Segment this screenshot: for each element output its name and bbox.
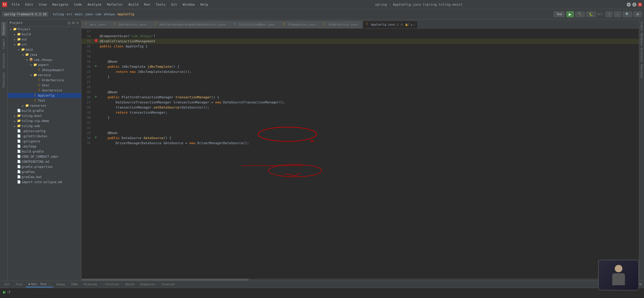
bottom-tab-todo[interactable]: TODO [68,282,80,287]
tree-item-build[interactable]: ▶ 📁 build [8,32,81,37]
tree-item-import-eclipse[interactable]: 📄 import-into-eclipse.md [8,180,81,185]
tree-item-main[interactable]: ▼ 📁 main [8,47,81,52]
menu-edit[interactable]: Edit [23,2,36,7]
tree-item-tuling-vip[interactable]: ▶ 📁 tuling-vip-demo [8,118,81,124]
tree-item-gitattributes[interactable]: 📄 .gitattributes [8,134,81,139]
tree-item-gitignore[interactable]: 📄 .gitignore [8,139,81,144]
breadcrumb-branch[interactable]: tuling [53,12,64,16]
tab-orderservice[interactable]: C OrderService.java ✕ [320,21,363,28]
tree-settings[interactable]: ⚙ [72,21,75,25]
breadcrumb-appconfig[interactable]: AppConfig [118,12,134,16]
tree-item-service[interactable]: ▼ 📁 service [8,73,81,78]
tab-favorites[interactable]: Favorites [1,71,6,89]
build-button[interactable]: 🔨 [575,11,585,17]
tree-item-src[interactable]: ▼ 📁 src [8,42,81,47]
menu-run[interactable]: Run [141,2,152,7]
bottom-tab-endpoints[interactable]: Endpoints [138,282,158,287]
tab-commit[interactable]: Commit [1,37,6,50]
git-push-button[interactable]: ↑ [605,11,612,17]
tab-structure[interactable]: Structure [1,51,6,70]
bottom-close-button[interactable]: ✕ [639,282,642,287]
tree-item-orderservice[interactable]: C OrderService [8,78,81,83]
scrollbar-thumb[interactable] [81,279,249,281]
run-tab-close[interactable]: ✕ [49,283,50,286]
menu-build[interactable]: Build [126,2,141,7]
menu-refactor[interactable]: Refactor [105,2,126,7]
settings-button[interactable]: ⚙ [634,11,642,17]
run-rerun-button[interactable]: ↺ [7,290,10,294]
debug-button[interactable]: 🐛 [586,11,596,17]
right-tab-database[interactable]: Database [640,32,643,46]
tree-item-tuling-boot[interactable]: ▶ 📁 tuling-boot [8,113,81,118]
tree-item-tuling-web[interactable]: ▶ 📁 tuling-web [8,124,81,129]
tree-item-resources[interactable]: ▶ 📁 resources [8,103,81,108]
bottom-tab-git[interactable]: Git [2,282,12,287]
tab-propagation[interactable]: E Propagation.java ✕ [280,21,320,28]
breadcrumb-src[interactable]: src [67,12,72,16]
tree-item-appconfig[interactable]: C AppConfig [8,93,81,98]
right-tab-favorites[interactable]: Favorites [640,63,643,79]
breadcrumb-main[interactable]: main [75,12,82,16]
right-tab-structure[interactable]: Structure [640,47,643,63]
right-sidebar: Gradle Database Structure Favorites [639,19,644,281]
tab-abstractautowire[interactable]: C AbstractAutowireCapableBeanFactory.jav… [151,21,230,28]
svg-point-0 [95,39,98,42]
right-tab-gradle[interactable]: Gradle [640,20,643,32]
tree-item-out[interactable]: ▶ 📁 out [8,37,81,42]
tree-item-buildgradle[interactable]: 📄 build.gradle [8,108,81,113]
bottom-tab-debug[interactable]: Debug [54,282,67,287]
bottom-tab-build[interactable]: Build [123,282,137,287]
tree-item-user[interactable]: C User [8,83,81,88]
tab-project[interactable]: Project [1,21,6,36]
tree-item-comzhouyu[interactable]: ▼ 📦 com.zhouyu [8,57,81,62]
code-area[interactable]: 13 14 @ComponentScan("com.zhouyu") 15 @E… [81,29,639,279]
menu-code[interactable]: Code [71,2,84,7]
tree-item-test[interactable]: C Test [8,98,81,103]
tree-item-build-gradle2[interactable]: 📄 build.gradle [8,149,81,154]
tree-item-java[interactable]: ▼ 📁 java [8,52,81,57]
menu-window[interactable]: Window [180,2,197,7]
tree-item-mailmap[interactable]: 📄 .mailmap [8,144,81,149]
tab-appconfig[interactable]: C AppConfig.java ⚠3 ✕1 🔒3 ▲ ✕ [363,21,418,28]
bottom-tab-terminal[interactable]: Terminal [159,282,178,287]
tree-item-gradlew-bat[interactable]: 📄 gradlew.bat [8,174,81,180]
close-button[interactable]: ✕ [638,3,642,7]
maximize-button[interactable]: □ [632,3,636,7]
search-button[interactable]: 🔍 [623,11,632,17]
tree-item-gradlew[interactable]: 📄 gradlew [8,169,81,174]
tab-pect[interactable]: C pect.java ✕ [81,21,110,28]
tree-item-project[interactable]: ▼ 📁 Project [8,27,81,32]
horizontal-scrollbar[interactable] [81,279,639,281]
tree-collapse-all[interactable]: ⊟ [68,21,71,25]
bottom-tab-profiler[interactable]: ⚡ Profiler [101,282,122,287]
menu-file[interactable]: File [9,2,22,7]
tree-item-aspect[interactable]: ▼ 📁 aspect [8,62,81,67]
bottom-tab-run[interactable]: ▶ Run: Test ✕ [26,281,53,287]
tab-initializingbean[interactable]: I InitializingBean.java ✕ [230,21,280,28]
menu-navigate[interactable]: Navigate [50,2,71,7]
tree-item-userservice[interactable]: C UserService [8,88,81,93]
breadcrumb-com[interactable]: com [95,12,101,16]
minimize-button[interactable]: ─ [627,3,631,7]
run-button[interactable]: ▶ [566,11,574,17]
tab-userservice[interactable]: C UserService.java ✕ [110,21,151,28]
tree-item-editorconfig[interactable]: 📄 .editorconfig [8,129,81,134]
breadcrumb-zhouyu[interactable]: zhouyu [104,12,115,16]
bottom-tab-find[interactable]: Find [13,282,25,287]
bottom-tab-problems[interactable]: Problems [81,282,100,287]
tree-item-zhouyuaspect[interactable]: C ZhouyuAspect [8,67,81,73]
menu-tools[interactable]: Tools [153,2,168,7]
title-bar-left: IJ File Edit View Navigate Code Analyze … [2,2,211,7]
menu-help[interactable]: Help [198,2,211,7]
tree-close[interactable]: ✕ [76,21,79,25]
menu-git[interactable]: Git [169,2,180,7]
run-play-button[interactable]: ▶ [3,290,6,294]
menu-view[interactable]: View [36,2,49,7]
run-config-selector[interactable]: Test [553,11,565,17]
tree-item-code-of-conduct[interactable]: 📄 CODE_OF_CONDUCT.adoc [8,154,81,159]
tree-item-gradle-properties[interactable]: 📄 gradle.properties [8,164,81,169]
tree-item-contributing[interactable]: 📄 CONTRIBUTING.md [8,159,81,164]
breadcrumb-java[interactable]: java [85,12,93,16]
git-pull-button[interactable]: ↓ [614,11,621,17]
menu-analyze[interactable]: Analyze [85,2,104,7]
